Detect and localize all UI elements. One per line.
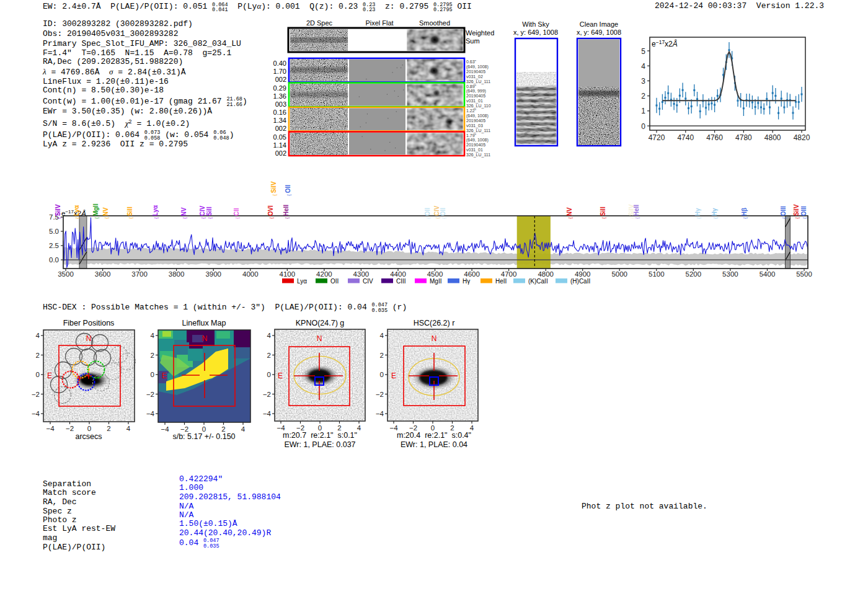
svg-text:m:20.7 re:2.1" s:0.1": m:20.7 re:2.1" s:0.1" (283, 431, 357, 440)
svg-text:0.63": 0.63" (466, 60, 477, 64)
svg-text:4500: 4500 (427, 270, 443, 278)
svg-text:HSC(26.2) r: HSC(26.2) r (414, 319, 455, 327)
svg-text:{NV: {NV (566, 207, 573, 219)
svg-text:5100: 5100 (649, 270, 665, 278)
svg-text:{Hγ: {Hγ (694, 208, 701, 219)
svg-text:326_LU_111: 326_LU_111 (466, 79, 490, 84)
svg-text:1.22": 1.22" (466, 109, 477, 113)
svg-text:{MgII: {MgII (92, 203, 99, 219)
svg-text:−4: −4 (46, 425, 55, 432)
svg-text:{HeII: {HeII (283, 205, 290, 219)
svg-text:{NV: {NV (180, 207, 187, 219)
svg-text:0: 0 (267, 371, 271, 378)
svg-text:N: N (432, 334, 437, 343)
svg-text:3800: 3800 (169, 270, 185, 278)
svg-text:(649, 1008): (649, 1008) (466, 113, 489, 118)
svg-text:5: 5 (641, 47, 645, 56)
svg-text:4300: 4300 (353, 270, 370, 278)
svg-text:Lyα: Lyα (297, 278, 307, 285)
svg-text:20190405: 20190405 (466, 143, 485, 147)
svg-text:N: N (202, 334, 208, 343)
svg-text:(649, 1008): (649, 1008) (466, 64, 489, 69)
svg-text:0.0: 0.0 (49, 256, 59, 264)
svg-text:s/b: 5.17 +/- 0.150: s/b: 5.17 +/- 0.150 (172, 432, 235, 441)
svg-text:4000: 4000 (242, 270, 259, 278)
svg-text:KPNO(24.7) g: KPNO(24.7) g (296, 319, 345, 327)
svg-text:{OII: {OII (424, 208, 431, 219)
svg-text:4: 4 (126, 425, 131, 432)
svg-text:5000: 5000 (611, 270, 627, 278)
svg-text:4740: 4740 (677, 133, 694, 142)
svg-text:{OIII: {OIII (800, 206, 807, 219)
svg-text:Lineflux Map: Lineflux Map (182, 319, 226, 327)
svg-text:−4: −4 (146, 410, 155, 417)
svg-text:N: N (86, 334, 92, 343)
svg-text:CIII: CIII (396, 278, 406, 285)
svg-text:{CIV: {CIV (199, 205, 206, 219)
svg-text:4100: 4100 (280, 270, 296, 278)
svg-text:0.89": 0.89" (466, 84, 477, 89)
svg-text:Fiber Positions: Fiber Positions (63, 319, 115, 327)
svg-text:−2: −2 (66, 425, 74, 432)
svg-text:4: 4 (36, 332, 40, 339)
svg-text:E: E (47, 371, 52, 380)
svg-text:0: 0 (87, 425, 91, 432)
svg-text:4600: 4600 (464, 270, 480, 278)
svg-text:Smoothed: Smoothed (419, 19, 450, 27)
svg-text:{SiIV: {SiIV (793, 204, 800, 219)
svg-text:EWr: 1, PLAE: 0.04: EWr: 1, PLAE: 0.04 (401, 440, 467, 449)
svg-text:(K)CaII: (K)CaII (528, 278, 548, 285)
svg-text:Clean Image: Clean Image (580, 20, 618, 28)
svg-text:0: 0 (641, 122, 645, 131)
svg-text:2: 2 (107, 425, 110, 432)
svg-text:−4: −4 (376, 410, 384, 417)
svg-text:With Sky: With Sky (522, 20, 549, 28)
svg-text:4800: 4800 (538, 270, 554, 278)
svg-text:5400: 5400 (760, 270, 776, 278)
svg-text:1.34: 1.34 (273, 117, 286, 124)
svg-text:4720: 4720 (649, 133, 665, 142)
svg-text:{OII: {OII (440, 208, 446, 219)
svg-text:3700: 3700 (131, 270, 148, 278)
svg-text:(H)CaII: (H)CaII (570, 278, 590, 285)
svg-text:2: 2 (380, 352, 384, 359)
svg-text:326_LU_110: 326_LU_110 (466, 104, 491, 109)
svg-text:{Hβ: {Hβ (741, 208, 748, 219)
svg-text:(649, 1008): (649, 1008) (466, 138, 489, 143)
svg-text:4400: 4400 (390, 270, 406, 278)
svg-text:4760: 4760 (706, 133, 723, 142)
svg-text:20190405: 20190405 (466, 94, 485, 98)
svg-text:E: E (391, 371, 396, 380)
svg-text:0.40: 0.40 (273, 60, 286, 67)
svg-text:OII: OII (330, 278, 339, 285)
svg-text:CIV: CIV (363, 278, 373, 285)
svg-text:x, y: 649, 1008: x, y: 649, 1008 (577, 29, 621, 36)
svg-text:{OVI: {OVI (267, 205, 274, 219)
svg-text:1.79": 1.79" (466, 133, 477, 138)
svg-text:4: 4 (641, 62, 645, 71)
svg-text:v031_03: v031_03 (466, 123, 483, 128)
svg-text:3900: 3900 (205, 270, 221, 278)
svg-text:EWr: 1, PLAE: 0.037: EWr: 1, PLAE: 0.037 (284, 440, 355, 449)
svg-text:2: 2 (641, 92, 645, 100)
svg-text:0: 0 (380, 371, 384, 378)
svg-text:0.29: 0.29 (273, 84, 286, 92)
svg-text:{OII: {OII (285, 185, 291, 196)
svg-text:−4: −4 (32, 410, 40, 417)
svg-text:{Lyα: {Lyα (152, 205, 159, 219)
svg-text:002: 002 (275, 76, 286, 83)
svg-text:326_LU_111: 326_LU_111 (466, 128, 490, 133)
svg-text:4: 4 (151, 332, 155, 339)
svg-text:−4: −4 (263, 410, 272, 417)
svg-text:0: 0 (151, 371, 154, 378)
svg-text:1.14: 1.14 (273, 141, 286, 149)
svg-text:5200: 5200 (686, 270, 702, 278)
svg-text:{SiII: {SiII (126, 207, 133, 219)
svg-text:m:20.4 re:2.1" s:0.4": m:20.4 re:2.1" s:0.4" (397, 431, 471, 440)
svg-text:1.36: 1.36 (273, 92, 286, 100)
svg-text:{SiII: {SiII (600, 207, 606, 219)
svg-text:arcsecs: arcsecs (75, 432, 102, 441)
svg-text:Pixel Flat: Pixel Flat (365, 19, 393, 27)
svg-text:{SiIV: {SiIV (270, 181, 277, 196)
svg-text:2: 2 (36, 352, 40, 359)
